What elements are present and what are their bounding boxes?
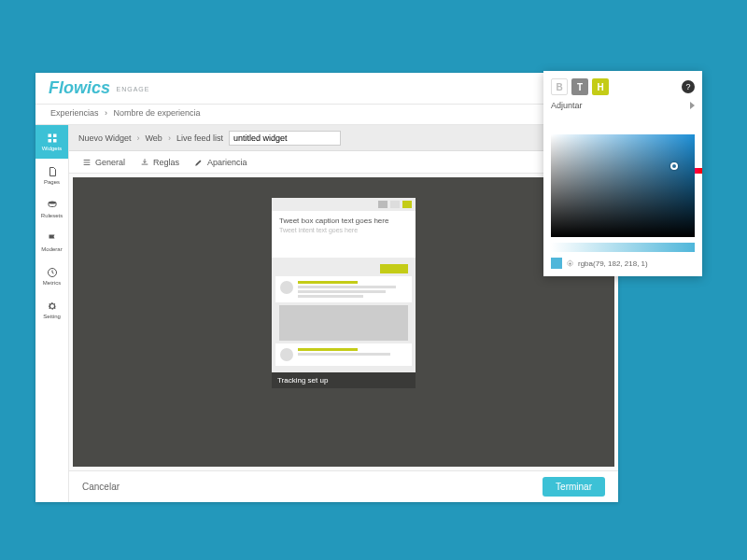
svg-rect-1	[53, 134, 57, 138]
rail-label: Moderar	[41, 246, 62, 252]
rail-item-rulesets[interactable]: Rulesets	[35, 192, 68, 226]
preview-canvas: Tweet box caption text goes here Tweet i…	[73, 177, 614, 467]
sliders-icon	[82, 158, 92, 167]
footer-bar: Cancelar Terminar	[69, 470, 618, 502]
tweet-placeholder: Tweet intent text goes here	[272, 227, 416, 258]
color-value[interactable]: rgba(79, 182, 218, 1)	[578, 259, 648, 268]
feed-item	[275, 343, 412, 366]
brand-subtitle: ENGAGE	[116, 86, 149, 92]
tab-label: General	[95, 158, 125, 167]
toolbar: Nuevo Widget › Web › Live feed list	[69, 125, 618, 151]
chevron-right-icon: ›	[137, 133, 140, 143]
tab-label: Apariencia	[207, 158, 247, 167]
picker-cursor[interactable]	[670, 162, 678, 170]
logo-bar: Flowics ENGAGE	[35, 73, 618, 105]
stack-icon	[47, 200, 58, 211]
chevron-right-icon: ›	[105, 108, 107, 118]
breadcrumb-item[interactable]: Experiencias	[50, 108, 99, 118]
rail-label: Widgets	[42, 146, 63, 151]
swatch-icon	[378, 201, 388, 208]
alpha-slider[interactable]	[551, 243, 695, 252]
clock-icon	[47, 267, 58, 278]
rail-item-widgets[interactable]: Widgets	[35, 125, 68, 159]
avatar-icon	[280, 281, 293, 294]
breadcrumb-item[interactable]: Nombre de experiencia	[114, 108, 201, 118]
toolbar-step[interactable]: Nuevo Widget	[78, 133, 132, 143]
current-color-swatch	[551, 258, 562, 269]
app-window: Flowics ENGAGE Experiencias › Nombre de …	[35, 73, 618, 502]
svg-point-6	[569, 262, 571, 264]
toolbar-step[interactable]: Web	[146, 133, 162, 143]
page-icon	[47, 166, 58, 177]
widget-title-input[interactable]	[229, 131, 341, 146]
rail-item-setting[interactable]: Setting	[35, 293, 68, 327]
saturation-picker[interactable]	[551, 134, 695, 237]
rail-item-metrics[interactable]: Metrics	[35, 259, 68, 293]
tab-general[interactable]: General	[82, 158, 125, 167]
cancel-button[interactable]: Cancelar	[82, 482, 120, 492]
config-tabs: General Reglas Apariencia	[69, 151, 618, 174]
flag-icon	[47, 233, 58, 245]
tweet-caption: Tweet box caption text goes here	[272, 211, 416, 227]
rail-label: Metrics	[43, 280, 61, 286]
feed-item	[275, 276, 412, 302]
left-rail: Widgets Pages Rulesets Moderar Metrics S…	[35, 125, 69, 502]
brush-icon	[194, 158, 204, 167]
format-text-button[interactable]: T	[571, 78, 588, 95]
chevron-right-icon	[690, 102, 695, 109]
svg-point-4	[49, 202, 56, 204]
brand-logo: Flowics	[49, 78, 110, 97]
format-bold-button[interactable]: B	[551, 78, 568, 95]
attach-label: Adjuntar	[551, 101, 690, 110]
attach-row[interactable]: Adjuntar	[551, 101, 695, 110]
svg-rect-0	[48, 134, 51, 138]
media-preview	[279, 305, 408, 341]
widget-preview: Tweet box caption text goes here Tweet i…	[272, 198, 416, 388]
chevron-right-icon: ›	[168, 133, 171, 143]
tab-label: Reglas	[153, 158, 179, 167]
rail-item-moderar[interactable]: Moderar	[35, 226, 68, 259]
tab-apariencia[interactable]: Apariencia	[194, 158, 247, 167]
appearance-panel: B T H ? Adjuntar rgba(79, 182, 218, 1)	[543, 71, 702, 276]
format-highlight-button[interactable]: H	[592, 78, 609, 95]
tab-reglas[interactable]: Reglas	[140, 158, 179, 167]
svg-rect-2	[48, 139, 51, 143]
finish-button[interactable]: Terminar	[543, 477, 605, 497]
download-icon	[140, 158, 149, 167]
rail-item-pages[interactable]: Pages	[35, 159, 68, 192]
grid-icon	[47, 133, 58, 144]
preview-header	[272, 198, 416, 211]
breadcrumb: Experiencias › Nombre de experiencia	[35, 105, 618, 125]
gear-icon	[47, 301, 58, 312]
avatar-icon	[280, 348, 293, 361]
rail-label: Pages	[44, 179, 60, 185]
help-icon[interactable]: ?	[682, 80, 695, 93]
tracking-footer: Tracking set up	[272, 372, 416, 388]
rail-label: Rulesets	[41, 213, 63, 218]
submit-button-preview	[380, 264, 408, 273]
rail-label: Setting	[43, 314, 61, 319]
swatch-icon	[402, 201, 412, 208]
toolbar-step[interactable]: Live feed list	[176, 133, 223, 143]
svg-rect-3	[53, 139, 57, 143]
gear-icon[interactable]	[566, 259, 574, 268]
swatch-icon	[390, 201, 400, 208]
